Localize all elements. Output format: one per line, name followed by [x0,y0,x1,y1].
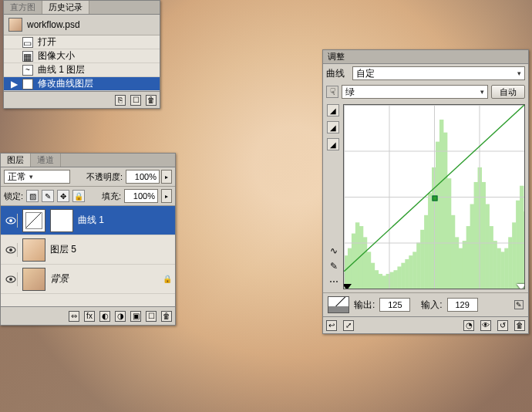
layers-tabbar: 图层 通道 [1,154,175,167]
history-item[interactable]: ▭ 打开 [4,35,160,49]
tab-adjustments[interactable]: 调整 [323,50,528,64]
curves-type-label: 曲线 [326,67,349,80]
fx-icon[interactable]: fx [84,311,95,322]
tab-channels[interactable]: 通道 [31,154,61,167]
return-icon[interactable]: ↩ [326,320,337,331]
chevron-down-icon: ▾ [517,69,521,77]
layer-mask-thumb[interactable] [50,209,73,232]
history-tabbar: 直方图 历史记录 [4,1,160,15]
new-layer-icon[interactable]: ☐ [146,311,157,322]
layers-panel: 图层 通道 正常 ▾ 不透明度: 100% ▸ 锁定: ▨ ✎ ✥ 🔒 填充: … [0,153,176,326]
trash-icon[interactable]: 🗑 [146,95,157,106]
eye-icon [5,217,16,225]
visibility-toggle[interactable] [4,214,18,228]
open-icon: ▭ [22,37,33,48]
document-thumb [8,18,22,32]
link-layers-icon[interactable]: ⇔ [69,311,79,322]
layers-lock-row: 锁定: ▨ ✎ ✥ 🔒 填充: 100% ▸ [1,187,175,206]
adjustments-footer: ↩ ⤢ ◔ 👁 ↺ 🗑 [323,316,528,333]
document-name: workflow.psd [27,19,80,30]
curve-control-point[interactable] [433,196,438,201]
chevron-down-icon: ▾ [29,173,33,181]
image-size-icon: ▦ [22,51,33,62]
layer-name: 曲线 1 [78,214,104,227]
input-value-input[interactable]: 129 [447,298,478,312]
preset-dropdown[interactable]: 自定 ▾ [352,66,525,80]
layer-row-selected[interactable]: 曲线 1 [1,206,175,235]
auto-button[interactable]: 自动 [491,85,525,99]
trash-icon[interactable]: 🗑 [161,311,172,322]
snapshot-icon[interactable]: ⎘ [115,95,126,106]
output-label: 输出: [354,299,375,312]
layer-thumb[interactable] [22,268,45,291]
history-document-row[interactable]: workflow.psd [4,15,160,35]
layer-list: 曲线 1 图层 5 背景 🔒 [1,206,175,306]
tab-history[interactable]: 历史记录 [42,1,89,14]
expand-icon[interactable]: ⤢ [343,320,354,331]
history-item-label: 曲线 1 图层 [38,63,85,76]
lock-all-icon[interactable]: 🔒 [72,190,85,202]
smooth-points-icon[interactable]: ⋯ [329,276,338,287]
opacity-input[interactable]: 100% [126,170,160,184]
history-footer: ⎘ ☐ 🗑 [4,91,160,108]
curves-channel-row: ☟ 绿 ▾ 自动 [323,83,528,101]
curves-icon [22,65,33,76]
curve-mode-tools: ∿ ✎ ⋯ [328,242,340,287]
clip-icon[interactable]: ◔ [463,320,474,331]
svg-point-3 [9,248,12,252]
eyedropper-black-icon[interactable]: ◢ [327,104,339,117]
history-item[interactable]: 曲线 1 图层 [4,63,160,77]
history-item-selected[interactable]: ▶ 修改曲线图层 [4,77,160,91]
blend-mode-dropdown[interactable]: 正常 ▾ [4,170,70,184]
mask-icon[interactable]: ◐ [99,311,110,322]
lock-position-icon[interactable]: ✥ [57,190,69,202]
channel-dropdown[interactable]: 绿 ▾ [342,85,488,99]
history-panel: 直方图 历史记录 workflow.psd ▭ 打开 ▦ 图像大小 曲线 1 图… [3,0,160,109]
layer-name: 图层 5 [50,243,76,256]
smooth-curve-icon[interactable]: ∿ [330,245,338,256]
fill-flyout[interactable]: ▸ [161,189,172,203]
chevron-down-icon: ▾ [480,88,484,96]
curves-graph[interactable] [343,104,525,289]
history-caret: ▶ [10,79,18,89]
lock-icon: 🔒 [163,275,172,283]
new-state-icon[interactable]: ☐ [130,95,141,106]
curves-body: ◢ ◢ ◢ ∿ ✎ ⋯ [323,101,528,292]
layer-thumb[interactable] [22,238,45,262]
lock-transparent-icon[interactable]: ▨ [26,190,39,202]
visibility-toggle[interactable] [4,272,18,286]
opacity-label: 不透明度: [86,171,123,183]
layer-thumb-curves[interactable] [22,209,45,232]
channel-value: 绿 [345,86,355,99]
adjustment-layer-icon[interactable]: ◑ [115,311,126,322]
history-item-label: 打开 [38,35,56,49]
reset-icon[interactable]: ↺ [497,320,508,331]
eye-icon [5,246,16,254]
curve-line [344,105,524,272]
black-point-slider[interactable] [343,284,352,289]
visibility-icon[interactable]: 👁 [480,320,491,331]
pencil-curve-icon[interactable]: ✎ [330,261,338,272]
trash-icon[interactable]: 🗑 [514,320,525,331]
opacity-flyout[interactable]: ▸ [161,170,172,184]
output-value-input[interactable]: 125 [379,298,410,312]
history-item[interactable]: ▦ 图像大小 [4,49,160,63]
edit-points-icon[interactable]: ✎ [514,300,524,309]
gradient-ramp-icon[interactable] [328,296,349,313]
white-point-slider[interactable] [517,284,525,289]
targeted-adjust-icon[interactable]: ☟ [326,86,338,98]
tab-layers[interactable]: 图层 [1,154,31,167]
group-icon[interactable]: ▣ [130,311,141,322]
lock-pixels-icon[interactable]: ✎ [42,190,54,202]
tab-histogram[interactable]: 直方图 [4,1,42,14]
layer-row[interactable]: 图层 5 [1,235,175,265]
curves-icon [22,79,33,89]
curves-preset-row: 曲线 自定 ▾ [323,64,528,83]
fill-input[interactable]: 100% [124,189,158,203]
lock-label: 锁定: [4,191,23,202]
visibility-toggle[interactable] [4,243,18,257]
blend-mode-value: 正常 [8,171,26,184]
layer-row[interactable]: 背景 🔒 [1,265,175,294]
eyedropper-gray-icon[interactable]: ◢ [327,121,339,133]
eyedropper-white-icon[interactable]: ◢ [327,138,339,150]
